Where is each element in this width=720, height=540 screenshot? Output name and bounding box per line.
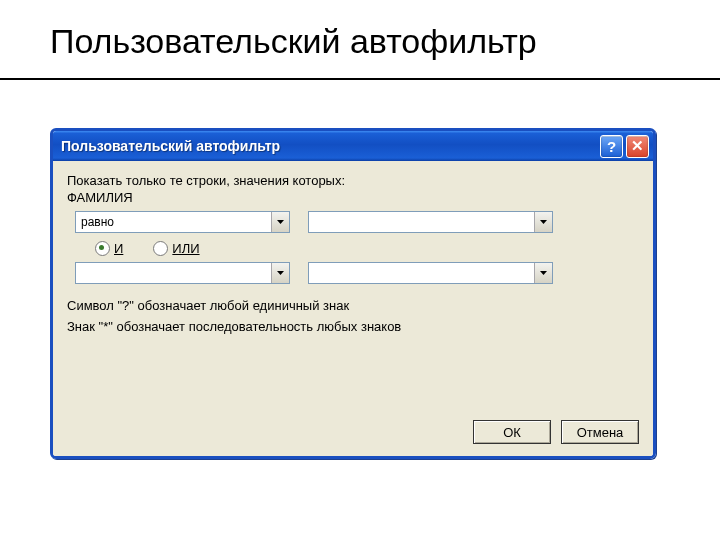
chevron-down-icon [534, 212, 552, 232]
help-button[interactable]: ? [600, 135, 623, 158]
chevron-down-icon [271, 263, 289, 283]
radio-and[interactable]: И [95, 241, 123, 256]
svg-marker-1 [540, 220, 547, 224]
slide-title: Пользовательский автофильтр [50, 22, 537, 61]
condition-1-combo[interactable]: равно [75, 211, 290, 233]
hint-1: Символ "?" обозначает любой единичный зн… [67, 298, 639, 313]
condition-2-combo[interactable] [75, 262, 290, 284]
svg-marker-0 [277, 220, 284, 224]
svg-marker-3 [540, 271, 547, 275]
prompt-label: Показать только те строки, значения кото… [67, 173, 639, 188]
field-name-label: ФАМИЛИЯ [67, 190, 639, 205]
condition-1-value: равно [76, 215, 271, 229]
value-1-combo[interactable] [308, 211, 553, 233]
radio-and-label: И [114, 241, 123, 256]
dialog-window: Пользовательский автофильтр ? ✕ Показать… [50, 128, 656, 459]
chevron-down-icon [271, 212, 289, 232]
hint-2: Знак "*" обозначает последовательность л… [67, 319, 639, 334]
logic-radio-group: И ИЛИ [95, 241, 639, 256]
radio-icon [153, 241, 168, 256]
button-row: ОК Отмена [473, 420, 639, 444]
criteria-row-2 [67, 262, 639, 284]
close-icon: ✕ [631, 137, 644, 155]
hint-block: Символ "?" обозначает любой единичный зн… [67, 298, 639, 334]
title-divider [0, 78, 720, 80]
criteria-row-1: равно [67, 211, 639, 233]
window-title: Пользовательский автофильтр [61, 138, 597, 154]
radio-or-label: ИЛИ [172, 241, 199, 256]
value-2-combo[interactable] [308, 262, 553, 284]
cancel-button[interactable]: Отмена [561, 420, 639, 444]
client-area: Показать только те строки, значения кото… [53, 161, 653, 456]
titlebar[interactable]: Пользовательский автофильтр ? ✕ [53, 131, 653, 161]
svg-marker-2 [277, 271, 284, 275]
ok-button[interactable]: ОК [473, 420, 551, 444]
radio-or[interactable]: ИЛИ [153, 241, 199, 256]
help-icon: ? [607, 138, 616, 155]
close-button[interactable]: ✕ [626, 135, 649, 158]
chevron-down-icon [534, 263, 552, 283]
radio-icon [95, 241, 110, 256]
